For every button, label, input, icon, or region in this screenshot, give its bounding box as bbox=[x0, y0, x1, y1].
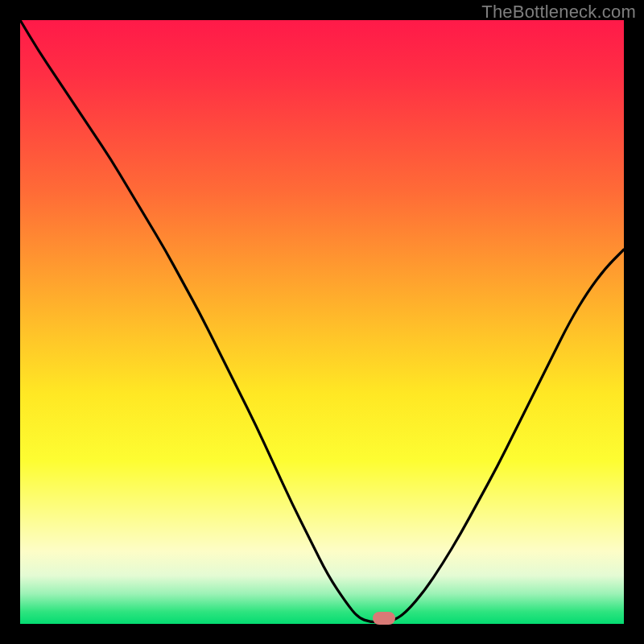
chart-frame bbox=[20, 20, 624, 624]
bottleneck-curve bbox=[20, 20, 624, 624]
optimal-point-marker bbox=[373, 612, 395, 625]
